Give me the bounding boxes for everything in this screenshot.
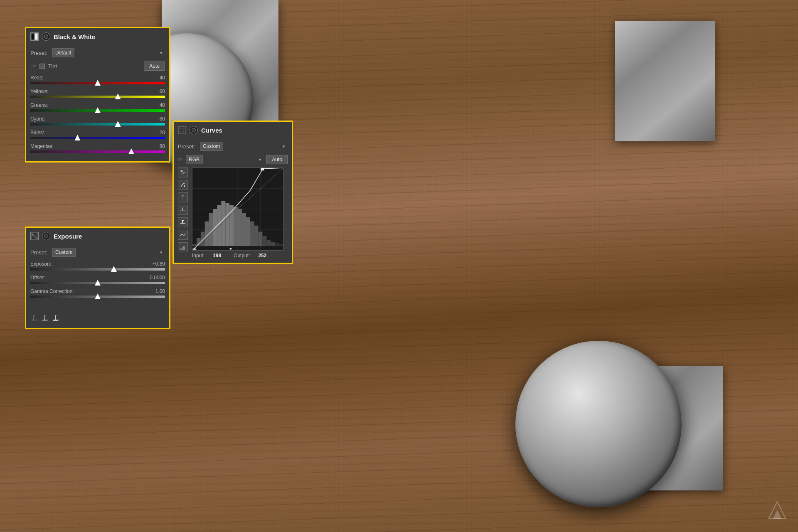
magentas-label-row: Magentas: 80 bbox=[30, 143, 165, 149]
magentas-label: Magentas: bbox=[30, 143, 54, 149]
input-label: Input: bbox=[192, 253, 204, 259]
curves-title: Curves bbox=[201, 127, 222, 134]
yellows-thumb[interactable] bbox=[115, 94, 121, 99]
svg-rect-0 bbox=[31, 33, 34, 40]
offset-thumb[interactable] bbox=[95, 280, 101, 286]
svg-rect-64 bbox=[254, 226, 259, 246]
reds-value: 40 bbox=[160, 75, 165, 81]
exposure-select-wrapper[interactable]: Custom bbox=[52, 248, 165, 257]
exposure-label: Exposure: bbox=[30, 261, 53, 267]
greens-label: Greens: bbox=[30, 102, 48, 108]
magentas-value: 80 bbox=[160, 143, 165, 149]
blackwhite-visibility-icon[interactable] bbox=[42, 32, 50, 41]
blues-thumb[interactable] bbox=[74, 135, 80, 140]
exposure-preset-select[interactable]: Custom bbox=[52, 248, 76, 257]
blackwhite-icon-square bbox=[30, 32, 39, 41]
svg-rect-35 bbox=[182, 221, 183, 224]
blackwhite-preset-select[interactable]: Default bbox=[52, 48, 74, 57]
knob-plate-top-right bbox=[615, 21, 715, 141]
yellows-track[interactable] bbox=[30, 96, 165, 98]
curves-panel: Curves Preset: Custom ☞ RGB Auto bbox=[172, 121, 293, 264]
svg-rect-40 bbox=[184, 246, 185, 249]
greens-track[interactable] bbox=[30, 109, 165, 112]
yellows-slider-row: Yellows: 60 bbox=[30, 89, 165, 98]
eyedropper-white-button[interactable] bbox=[52, 315, 59, 324]
curves-tool-sample-white[interactable] bbox=[178, 217, 188, 227]
curves-tool-point[interactable] bbox=[178, 167, 188, 177]
blues-label: Blues: bbox=[30, 130, 44, 135]
svg-marker-36 bbox=[182, 220, 184, 221]
watermark bbox=[765, 498, 790, 524]
channel-select-wrapper[interactable]: RGB bbox=[186, 155, 264, 164]
exposure-thumb[interactable] bbox=[111, 266, 117, 272]
yellows-label-row: Yellows: 60 bbox=[30, 89, 165, 94]
exposure-icon: + - bbox=[30, 232, 39, 240]
exposure-visibility-icon[interactable] bbox=[42, 232, 50, 240]
svg-rect-70 bbox=[279, 244, 283, 246]
offset-label: Offset: bbox=[30, 275, 45, 281]
svg-rect-61 bbox=[242, 213, 246, 246]
curves-tool-sample-black[interactable] bbox=[178, 192, 188, 202]
eyedropper-black-button[interactable] bbox=[30, 315, 38, 324]
blackwhite-panel: Black & White Preset: Default ☞ Tint Aut… bbox=[25, 27, 170, 163]
eyedropper-row bbox=[30, 315, 165, 324]
curves-auto-button[interactable]: Auto bbox=[266, 155, 288, 164]
svg-marker-77 bbox=[773, 510, 781, 518]
offset-track[interactable] bbox=[30, 282, 165, 284]
svg-rect-16 bbox=[55, 316, 56, 320]
curves-tool-smooth[interactable] bbox=[178, 230, 188, 240]
curves-graph-container: Input: 198 Output: 252 bbox=[192, 167, 288, 259]
blues-track[interactable] bbox=[30, 137, 165, 139]
curves-tool-draw[interactable] bbox=[178, 180, 188, 190]
cyans-track[interactable] bbox=[30, 123, 165, 126]
curves-visibility-icon[interactable] bbox=[190, 126, 198, 134]
svg-marker-75 bbox=[229, 248, 232, 250]
yellows-value: 60 bbox=[160, 89, 165, 94]
curves-preset-label: Preset: bbox=[178, 143, 197, 150]
svg-rect-27 bbox=[184, 185, 185, 187]
output-value: 252 bbox=[258, 253, 266, 259]
reds-label-row: Reds: 40 bbox=[30, 75, 165, 81]
greens-thumb[interactable] bbox=[95, 107, 101, 113]
curves-hand-icon[interactable]: ☞ bbox=[178, 156, 183, 163]
preset-select-wrapper[interactable]: Default bbox=[52, 48, 165, 57]
gamma-track[interactable] bbox=[30, 296, 165, 298]
exposure-value: +0.89 bbox=[153, 261, 165, 267]
tint-checkbox[interactable] bbox=[39, 64, 45, 69]
curves-tool-histogram[interactable] bbox=[178, 242, 188, 252]
curves-graph[interactable] bbox=[192, 167, 283, 251]
svg-rect-60 bbox=[238, 209, 242, 246]
svg-marker-33 bbox=[182, 207, 184, 208]
exposure-panel: + - Exposure Preset: Custom Exposure: +0… bbox=[25, 227, 170, 329]
gamma-thumb[interactable] bbox=[95, 293, 101, 299]
offset-slider-row: Offset: 0.0000 bbox=[30, 275, 165, 284]
magentas-thumb[interactable] bbox=[128, 148, 134, 154]
reds-track[interactable] bbox=[30, 82, 165, 84]
magentas-track[interactable] bbox=[30, 150, 165, 153]
svg-rect-8 bbox=[33, 316, 34, 320]
curves-header: Curves bbox=[178, 126, 288, 137]
curves-tool-sample-gray[interactable] bbox=[178, 205, 188, 215]
curves-preset-row: Preset: Custom bbox=[178, 142, 288, 151]
svg-rect-25 bbox=[181, 170, 182, 172]
curves-preset-select[interactable]: Custom bbox=[200, 142, 223, 151]
curves-select-wrapper[interactable]: Custom bbox=[200, 142, 288, 151]
svg-rect-37 bbox=[180, 248, 181, 249]
channel-select[interactable]: RGB bbox=[186, 155, 203, 164]
offset-value: 0.0000 bbox=[150, 275, 165, 281]
svg-rect-12 bbox=[44, 316, 45, 320]
tint-row: ☞ Tint Auto bbox=[30, 62, 165, 71]
curves-channel-row: ☞ RGB Auto bbox=[178, 155, 288, 164]
svg-rect-62 bbox=[246, 217, 250, 246]
gamma-label: Gamma Correction: bbox=[30, 288, 74, 294]
reds-thumb[interactable] bbox=[95, 80, 101, 86]
exposure-preset-label: Preset: bbox=[30, 249, 49, 256]
svg-rect-52 bbox=[205, 222, 209, 246]
exposure-track[interactable] bbox=[30, 268, 165, 271]
eyedropper-gray-button[interactable] bbox=[41, 315, 49, 324]
svg-marker-30 bbox=[182, 195, 184, 196]
svg-rect-18 bbox=[53, 320, 58, 321]
hand-tool-icon[interactable]: ☞ bbox=[30, 62, 36, 70]
cyans-thumb[interactable] bbox=[115, 121, 121, 127]
auto-button[interactable]: Auto bbox=[144, 62, 165, 71]
